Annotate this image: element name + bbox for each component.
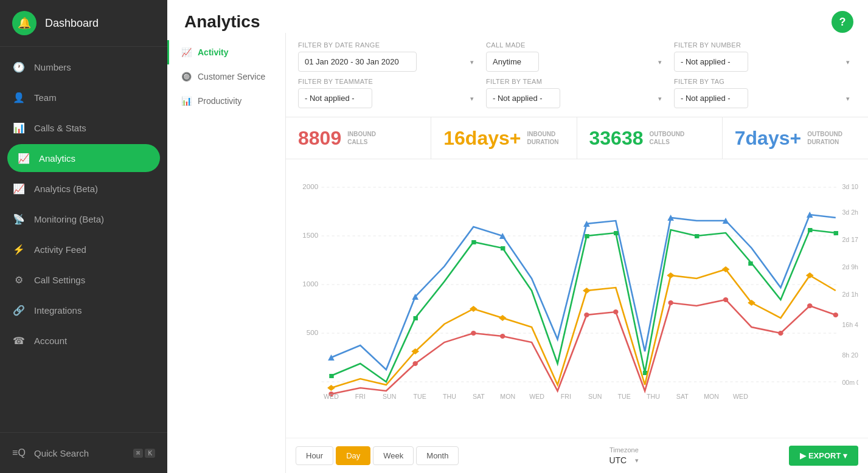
customer-service-icon: 🔘: [181, 72, 192, 81]
svg-text:1500: 1500: [302, 232, 318, 239]
filter-select-call_made[interactable]: Anytime: [486, 52, 539, 72]
svg-text:THU: THU: [443, 393, 456, 400]
svg-marker-32: [667, 272, 675, 278]
sidebar-item-label: Account: [34, 336, 67, 346]
team-icon: 👤: [12, 91, 26, 104]
sub-nav-customer-service[interactable]: 🔘 Customer Service: [167, 64, 285, 89]
sidebar-item-label: Integrations: [34, 305, 82, 316]
sidebar-item-analytics[interactable]: 📈 Analytics: [7, 144, 160, 172]
stat-value: 8809: [298, 128, 341, 148]
svg-rect-16: [329, 374, 333, 378]
filters-bar: Filter by date range 01 Jan 2020 - 30 Ja…: [286, 33, 868, 117]
chart-wrap: 2000 1500 1000 500: [296, 169, 858, 406]
sidebar-nav: 🕐 Numbers 👤 Team 📊 Calls & Stats 📈 Analy…: [0, 47, 167, 432]
filter-select-wrap-call_made: Anytime: [486, 52, 668, 72]
stat-value: 7days+: [735, 128, 801, 148]
filter-label-filter_number: Filter by number: [674, 41, 856, 49]
timezone-label: Timezone: [609, 446, 639, 454]
numbers-icon: 🕐: [12, 60, 26, 74]
svg-text:THU: THU: [647, 393, 660, 400]
svg-point-46: [833, 312, 839, 317]
sidebar-item-call-settings[interactable]: ⚙ Call Settings: [0, 264, 167, 295]
svg-rect-17: [414, 316, 418, 320]
sub-nav-activity[interactable]: 📈 Activity: [167, 40, 285, 64]
quick-search-icon: ≡Q: [12, 446, 26, 460]
analytics-beta-icon: 📈: [12, 182, 26, 195]
account-icon: ☎: [12, 334, 26, 347]
timezone-select[interactable]: UTC: [609, 455, 639, 465]
sidebar-item-numbers[interactable]: 🕐 Numbers: [0, 52, 167, 82]
filter-call_made: Call made Anytime: [486, 41, 668, 72]
filter-select-date_range[interactable]: 01 Jan 2020 - 30 Jan 2020: [298, 52, 417, 72]
filter-select-filter_teammate[interactable]: - Not applied -: [298, 88, 372, 108]
time-btn-month[interactable]: Month: [416, 446, 459, 465]
filter-select-filter_team[interactable]: - Not applied -: [486, 88, 560, 108]
svg-marker-33: [722, 266, 730, 272]
sub-nav-label: Productivity: [198, 96, 241, 106]
svg-text:SUN: SUN: [588, 393, 602, 400]
svg-text:MON: MON: [500, 393, 515, 400]
time-btn-week[interactable]: Week: [373, 446, 414, 465]
svg-text:SAT: SAT: [676, 393, 689, 400]
analytics-icon: 📈: [17, 151, 30, 165]
sub-nav-label: Activity: [198, 47, 229, 57]
svg-marker-31: [583, 288, 591, 294]
svg-rect-25: [808, 228, 812, 232]
svg-marker-30: [499, 315, 507, 321]
svg-rect-21: [614, 231, 618, 235]
svg-rect-20: [585, 234, 589, 238]
sidebar-item-label: Analytics: [39, 153, 75, 164]
filter-filter_tag: Filter by tag - Not applied -: [674, 78, 856, 108]
sidebar-item-label: Monitoring (Beta): [34, 214, 104, 224]
svg-text:FRI: FRI: [355, 393, 366, 400]
sidebar-item-team[interactable]: 👤 Team: [0, 82, 167, 112]
time-btn-day[interactable]: Day: [336, 446, 370, 465]
stat-value: 16days+: [443, 128, 521, 148]
filter-label-filter_team: Filter by team: [486, 78, 668, 85]
time-buttons: HourDayWeekMonth: [296, 446, 459, 465]
export-button[interactable]: ▶ EXPORT ▾: [789, 446, 858, 466]
quick-search-item[interactable]: ≡Q Quick Search ⌘ K: [0, 438, 167, 468]
svg-point-45: [807, 303, 813, 308]
filter-label-filter_tag: Filter by tag: [674, 78, 856, 85]
filter-date_range: Filter by date range 01 Jan 2020 - 30 Ja…: [298, 41, 480, 72]
sidebar-item-account[interactable]: ☎ Account: [0, 325, 167, 356]
svg-rect-23: [695, 234, 699, 238]
svg-text:TUE: TUE: [617, 393, 630, 400]
filter-select-wrap-filter_team: - Not applied -: [486, 88, 668, 108]
svg-text:2000: 2000: [302, 183, 318, 190]
sidebar-item-activity-feed[interactable]: ⚡ Activity Feed: [0, 234, 167, 264]
svg-point-39: [500, 334, 505, 339]
svg-text:WED: WED: [324, 393, 339, 400]
app-logo: 🔔: [12, 11, 36, 35]
svg-point-44: [778, 331, 783, 336]
stats-row: 8809 INBOUNDCALLS 16days+ INBOUNDDURATIO…: [286, 117, 868, 159]
filter-label-filter_teammate: Filter by teammate: [298, 78, 480, 85]
keyboard-shortcut: ⌘ K: [133, 449, 155, 458]
filter-select-filter_number[interactable]: - Not applied -: [674, 52, 748, 72]
svg-marker-9: [328, 354, 335, 361]
stat-card-2: 33638 OUTBOUNDCALLS: [577, 117, 723, 159]
svg-rect-24: [748, 261, 752, 266]
stat-card-1: 16days+ INBOUNDDURATION: [431, 117, 577, 159]
sidebar-item-integrations[interactable]: 🔗 Integrations: [0, 295, 167, 325]
analytics-main: Filter by date range 01 Jan 2020 - 30 Ja…: [286, 33, 868, 473]
header-right: ?: [832, 11, 853, 33]
sidebar-item-analytics-beta[interactable]: 📈 Analytics (Beta): [0, 173, 167, 204]
sidebar-item-label: Call Settings: [34, 275, 85, 285]
svg-text:FRI: FRI: [561, 393, 571, 400]
help-button[interactable]: ?: [832, 11, 853, 33]
filter-label-date_range: Filter by date range: [298, 41, 480, 49]
sub-nav-productivity[interactable]: 📊 Productivity: [167, 89, 285, 113]
sidebar-item-label: Analytics (Beta): [34, 184, 98, 194]
page-header: Analytics ?: [167, 0, 868, 33]
svg-text:3d 2h: 3d 2h: [842, 209, 858, 216]
time-btn-hour[interactable]: Hour: [296, 446, 333, 465]
filter-select-filter_tag[interactable]: - Not applied -: [674, 88, 748, 108]
filter-filter_teammate: Filter by teammate - Not applied -: [298, 78, 480, 108]
svg-text:2d 17h: 2d 17h: [842, 236, 858, 243]
sidebar-item-calls-stats[interactable]: 📊 Calls & Stats: [0, 112, 167, 143]
activity-icon: 📈: [181, 47, 192, 57]
sidebar-item-monitoring-beta[interactable]: 📡 Monitoring (Beta): [0, 204, 167, 234]
svg-text:2d 1h: 2d 1h: [842, 291, 858, 298]
